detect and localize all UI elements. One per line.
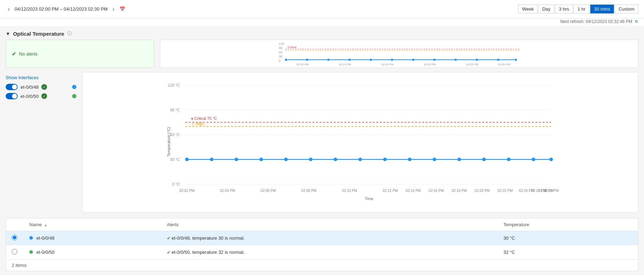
svg-text:Temperature (°C): Temperature (°C) (167, 127, 171, 157)
svg-point-42 (210, 158, 214, 161)
refresh-icon[interactable]: ↻ (635, 19, 638, 24)
mini-chart-svg: 120 90 60 30 0 (163, 41, 635, 67)
section-title: Optical Temperature (13, 31, 64, 37)
svg-text:Critical: Critical (288, 46, 297, 49)
svg-text:90 °C: 90 °C (170, 108, 180, 112)
radio-row2[interactable] (12, 249, 17, 254)
iface-name-2: et-0/0/50 (21, 94, 39, 99)
time-btn-30-mins[interactable]: 30 mins (590, 5, 614, 13)
svg-text:02:14 PM: 02:14 PM (406, 189, 421, 193)
svg-point-7 (285, 59, 287, 61)
calendar-icon[interactable]: 📅 (120, 6, 125, 12)
svg-point-49 (383, 158, 387, 161)
svg-text:02:22 PM: 02:22 PM (498, 189, 513, 193)
svg-text:30: 30 (279, 55, 283, 58)
data-table: Name ▲ Alerts Temperature (6, 218, 638, 259)
dot-blue-1 (72, 85, 76, 89)
svg-point-55 (532, 158, 535, 161)
help-icon[interactable]: ⓘ (67, 30, 72, 37)
svg-text:60: 60 (279, 51, 283, 54)
svg-point-9 (327, 59, 330, 61)
svg-text:120: 120 (279, 42, 284, 46)
interface-row-1: et-0/0/48 ✓ (6, 84, 76, 90)
row2-temp: 32 °C (498, 245, 638, 259)
toggle-et-0-0-50[interactable] (6, 93, 18, 99)
svg-text:02:08 PM: 02:08 PM (301, 189, 317, 193)
prev-arrow[interactable]: ‹ (6, 5, 12, 13)
svg-text:02:15 PM: 02:15 PM (382, 63, 394, 66)
next-arrow[interactable]: › (110, 5, 116, 13)
svg-text:02:20 PM: 02:20 PM (475, 189, 490, 193)
row2-name: et-0/0/50 (24, 245, 161, 259)
svg-point-44 (260, 158, 263, 161)
table-row: et-0/0/48 ✔ et-0/0/48, temperature 30 is… (6, 231, 638, 245)
svg-point-48 (359, 158, 362, 161)
svg-text:0: 0 (279, 59, 281, 63)
col-name[interactable]: Name ▲ (24, 218, 161, 231)
svg-text:02:30 PM: 02:30 PM (544, 189, 559, 193)
check-circle-icon: ✔ (12, 51, 16, 57)
svg-point-45 (284, 158, 288, 161)
time-btn-custom[interactable]: Custom (615, 5, 638, 13)
svg-point-41 (185, 158, 189, 161)
main-chart-svg: Temperature (°C) 120 °C 90 °C 60 °C 30 °… (88, 78, 632, 205)
items-count: 2 items (6, 259, 638, 271)
svg-text:♦ Critical 75 °C: ♦ Critical 75 °C (191, 116, 217, 121)
table-row: et-0/0/50 ✔ et-0/0/50, temperature 32 is… (6, 245, 638, 259)
time-btn-week[interactable]: Week (518, 5, 538, 13)
svg-text:02:12 PM: 02:12 PM (383, 189, 398, 193)
mini-chart: 120 90 60 30 0 (160, 40, 638, 68)
svg-point-47 (334, 158, 337, 161)
overview-row: ✔ No alerts 120 90 60 30 0 (6, 40, 638, 68)
dot-row1 (29, 236, 33, 240)
time-btn-1-hr[interactable]: 1 hr (574, 5, 589, 13)
svg-text:02:16 PM: 02:16 PM (429, 189, 444, 193)
svg-point-46 (309, 158, 313, 161)
svg-text:60 °C: 60 °C (170, 133, 180, 137)
svg-point-51 (433, 158, 436, 161)
sort-icon-name: ▲ (44, 223, 47, 227)
svg-text:30 °C: 30 °C (170, 157, 180, 162)
svg-text:02:04 PM: 02:04 PM (220, 189, 235, 193)
svg-text:02:20 PM: 02:20 PM (424, 63, 436, 66)
left-controls: Show Interfaces et-0/0/48 ✓ et-0/0/50 ✓ (6, 72, 76, 105)
col-alerts: Alerts (161, 218, 498, 231)
row1-select[interactable] (6, 231, 24, 245)
svg-point-11 (370, 59, 372, 61)
svg-text:02:25 PM: 02:25 PM (466, 63, 479, 66)
section-header: ▼ Optical Temperature ⓘ (6, 26, 638, 40)
controls-and-chart: Show Interfaces et-0/0/48 ✓ et-0/0/50 ✓ (6, 72, 638, 212)
toggle-et-0-0-48[interactable] (6, 84, 18, 90)
section-toggle[interactable]: ▼ (6, 31, 10, 36)
svg-point-56 (550, 158, 553, 161)
svg-text:90: 90 (279, 46, 283, 50)
date-nav: ‹ 04/12/2023 02:00 PM – 04/12/2023 02:30… (6, 5, 125, 13)
check-badge-2: ✓ (41, 93, 47, 99)
check-badge-1: ✓ (41, 84, 47, 90)
table-header-row: Name ▲ Alerts Temperature (6, 218, 638, 231)
svg-point-43 (235, 158, 238, 161)
time-btn-3-hrs[interactable]: 3 hrs (555, 5, 573, 13)
svg-point-50 (408, 158, 412, 161)
row2-select[interactable] (6, 245, 24, 259)
svg-text:02:30 PM: 02:30 PM (498, 63, 511, 66)
date-range: 04/12/2023 02:00 PM – 04/12/2023 02:30 P… (14, 6, 108, 12)
col-select (6, 218, 24, 231)
time-btn-day[interactable]: Day (538, 5, 554, 13)
row1-alert: ✔ et-0/0/48, temperature 30 is normal. (161, 231, 498, 245)
top-bar: ‹ 04/12/2023 02:00 PM – 04/12/2023 02:30… (0, 0, 644, 18)
alert-box: ✔ No alerts (6, 40, 154, 68)
row1-temp: 30 °C (498, 231, 638, 245)
svg-text:02:02 PM: 02:02 PM (179, 189, 195, 193)
radio-row1[interactable] (12, 235, 17, 240)
svg-text:Time: Time (365, 197, 373, 201)
alert-text: No alerts (19, 51, 37, 57)
svg-point-52 (458, 158, 461, 161)
svg-point-54 (507, 158, 511, 161)
svg-point-12 (391, 59, 393, 61)
table-section: Name ▲ Alerts Temperature (6, 218, 638, 271)
svg-text:⚠ High...: ⚠ High... (191, 122, 207, 126)
row2-alert: ✔ et-0/0/50, temperature 32 is normal. (161, 245, 498, 259)
time-buttons: WeekDay3 hrs1 hr30 minsCustom (518, 5, 638, 13)
interface-row-2: et-0/0/50 ✓ (6, 93, 76, 99)
